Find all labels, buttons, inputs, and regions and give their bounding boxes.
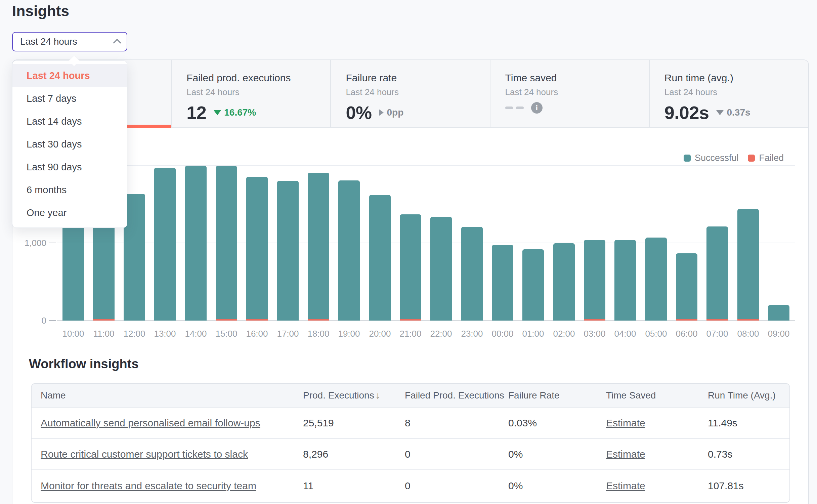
- failure-rate-cell: 0%: [508, 449, 606, 460]
- failure-rate-cell: 0%: [508, 480, 606, 492]
- bar-04:00[interactable]: [614, 240, 636, 321]
- bar-failed-segment: [246, 319, 268, 321]
- column-header-failure-rate[interactable]: Failure Rate: [508, 390, 606, 401]
- column-header-run-time-avg-[interactable]: Run Time (Avg.): [708, 390, 789, 401]
- column-header-name[interactable]: Name: [41, 390, 303, 401]
- bar-20:00[interactable]: [369, 195, 391, 321]
- delta-down-triangle-icon: [716, 110, 724, 115]
- workflow-insights-title: Workflow insights: [29, 357, 139, 371]
- prod-executions-cell: 11: [303, 480, 405, 492]
- menu-item-last-30-days[interactable]: Last 30 days: [12, 133, 127, 156]
- bar-15:00[interactable]: [216, 166, 237, 321]
- stat-value: 0%: [346, 102, 372, 123]
- failed-prod-executions-cell: 8: [405, 417, 508, 429]
- table-row: Monitor for threats and escalate to secu…: [32, 470, 789, 501]
- bar-failed-segment: [737, 319, 759, 321]
- time-saved-estimate-link[interactable]: Estimate: [606, 480, 708, 492]
- bar-21:00[interactable]: [400, 214, 421, 321]
- bar-13:00[interactable]: [154, 168, 176, 321]
- bar-07:00[interactable]: [706, 226, 728, 321]
- stat-subtitle: Last 24 hours: [186, 87, 330, 97]
- table-header-row: NameProd. Executions↓Failed Prod. Execut…: [32, 384, 789, 408]
- menu-item-6-months[interactable]: 6 months: [12, 178, 127, 201]
- run-time-avg-cell: 107.81s: [708, 480, 789, 492]
- stat-delta: 0.37s: [716, 107, 750, 118]
- stat-card-run-time-avg[interactable]: Run time (avg.)Last 24 hours9.02s0.37s: [650, 60, 808, 127]
- workflow-name-link[interactable]: Route critical customer support tickets …: [41, 449, 303, 460]
- time-range-dropdown-menu: Last 24 hoursLast 7 daysLast 14 daysLast…: [12, 60, 127, 228]
- bar-09:00[interactable]: [768, 305, 789, 321]
- bar-02:00[interactable]: [553, 243, 575, 321]
- stat-subtitle: Last 24 hours: [664, 87, 808, 97]
- workflow-insights-table: NameProd. Executions↓Failed Prod. Execut…: [31, 383, 790, 503]
- menu-item-last-90-days[interactable]: Last 90 days: [12, 156, 127, 178]
- legend-label: Successful: [695, 153, 739, 163]
- stat-title: Time saved: [505, 72, 649, 84]
- run-time-avg-cell: 0.73s: [708, 449, 789, 460]
- legend-item-failed[interactable]: Failed: [748, 153, 784, 163]
- stat-title: Failure rate: [346, 72, 489, 84]
- bar-10:00[interactable]: [62, 223, 84, 321]
- delta-value: 16.67%: [224, 107, 256, 118]
- time-range-select-value: Last 24 hours: [20, 36, 114, 47]
- stat-card-time-saved[interactable]: Time savedLast 24 hoursi: [490, 60, 650, 127]
- legend-swatch: [684, 155, 691, 162]
- time-range-select[interactable]: Last 24 hours: [12, 32, 127, 51]
- bar-23:00[interactable]: [461, 227, 483, 321]
- legend-item-successful[interactable]: Successful: [684, 153, 739, 163]
- chart-legend: SuccessfulFailed: [684, 153, 784, 163]
- table-row: Automatically send personalised email fo…: [32, 408, 789, 439]
- bar-00:00[interactable]: [492, 245, 513, 321]
- failure-rate-cell: 0.03%: [508, 417, 606, 429]
- bar-08:00[interactable]: [737, 209, 759, 321]
- bar-14:00[interactable]: [185, 166, 207, 321]
- run-time-avg-cell: 11.49s: [708, 417, 789, 429]
- time-saved-estimate-link[interactable]: Estimate: [606, 417, 708, 429]
- stat-title: Failed prod. executions: [186, 72, 330, 84]
- menu-item-last-14-days[interactable]: Last 14 days: [12, 110, 127, 133]
- stat-delta: 0pp: [379, 107, 403, 118]
- bar-06:00[interactable]: [676, 253, 697, 321]
- stat-subtitle: Last 24 hours: [505, 87, 649, 97]
- bar-16:00[interactable]: [246, 177, 268, 321]
- column-header-failed-prod-executions[interactable]: Failed Prod. Executions: [405, 390, 508, 401]
- prod-executions-cell: 25,519: [303, 417, 405, 429]
- bar-05:00[interactable]: [645, 238, 667, 321]
- legend-swatch: [748, 155, 755, 162]
- stat-value-empty: [505, 107, 524, 109]
- bar-11:00[interactable]: [93, 220, 115, 321]
- stat-subtitle: Last 24 hours: [346, 87, 489, 97]
- prod-executions-cell: 8,296: [303, 449, 405, 460]
- column-header-prod-executions[interactable]: Prod. Executions↓: [303, 390, 405, 401]
- table-row: Route critical customer support tickets …: [32, 439, 789, 470]
- column-header-time-saved[interactable]: Time Saved: [606, 390, 708, 401]
- time-saved-estimate-link[interactable]: Estimate: [606, 449, 708, 460]
- bar-19:00[interactable]: [338, 180, 360, 321]
- workflow-name-link[interactable]: Automatically send personalised email fo…: [41, 417, 303, 429]
- bar-failed-segment: [308, 319, 329, 321]
- stat-title: Run time (avg.): [664, 72, 808, 84]
- menu-item-last-24-hours[interactable]: Last 24 hours: [12, 64, 127, 87]
- stat-card-failure-rate[interactable]: Failure rateLast 24 hours0%0pp: [331, 60, 490, 127]
- delta-right-triangle-icon: [379, 109, 384, 116]
- bar-03:00[interactable]: [584, 240, 605, 321]
- bar-18:00[interactable]: [308, 173, 329, 321]
- page-title: Insights: [12, 3, 69, 19]
- stat-delta: 16.67%: [214, 107, 256, 118]
- sort-desc-icon: ↓: [376, 390, 380, 401]
- stat-value: 12: [186, 102, 206, 123]
- info-icon[interactable]: i: [531, 102, 543, 114]
- failed-prod-executions-cell: 0: [405, 480, 508, 492]
- workflow-name-link[interactable]: Monitor for threats and escalate to secu…: [41, 480, 303, 492]
- bar-failed-segment: [706, 319, 728, 321]
- chevron-up-icon: [113, 39, 121, 47]
- delta-value: 0pp: [387, 107, 403, 118]
- menu-item-one-year[interactable]: One year: [12, 201, 127, 224]
- stat-value: 9.02s: [664, 102, 709, 123]
- bar-17:00[interactable]: [277, 181, 299, 321]
- bar-22:00[interactable]: [430, 217, 452, 321]
- menu-item-last-7-days[interactable]: Last 7 days: [12, 87, 127, 110]
- stat-card-failed-prod-executions[interactable]: Failed prod. executionsLast 24 hours1216…: [172, 60, 331, 127]
- bar-01:00[interactable]: [522, 249, 544, 321]
- bar-failed-segment: [93, 319, 115, 321]
